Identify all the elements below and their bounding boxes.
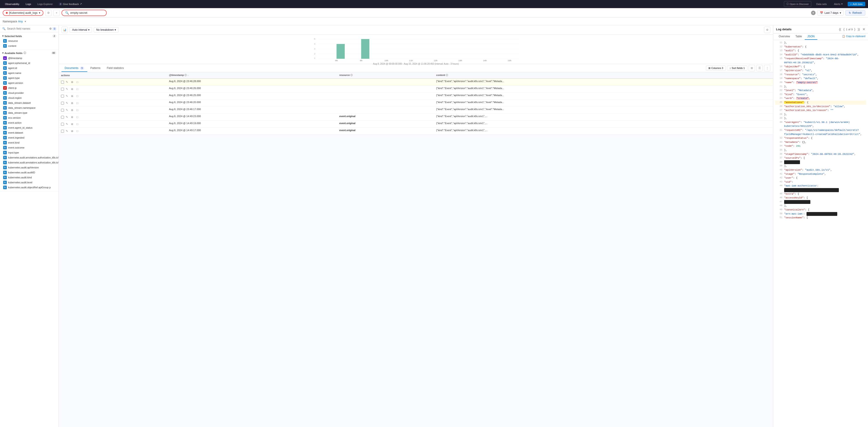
- field-cloud-provider[interactable]: k cloud.provider: [2, 90, 56, 95]
- field-event-outcome[interactable]: k event.outcome: [2, 145, 56, 150]
- log-close-button[interactable]: ✕: [862, 27, 865, 31]
- open-in-new-button[interactable]: □: [75, 87, 80, 91]
- field-data-stream-namespace[interactable]: k data_stream.namespace: [2, 105, 56, 110]
- row-checkbox[interactable]: [61, 102, 64, 105]
- tab-patterns[interactable]: Patterns: [87, 65, 104, 72]
- field-agent-type[interactable]: k agent.type: [2, 75, 56, 81]
- expand-row-button[interactable]: ✎: [65, 101, 69, 105]
- expand-row-button[interactable]: ✎: [65, 115, 69, 119]
- open-in-new-button[interactable]: □: [75, 80, 80, 84]
- field-event-kind[interactable]: k event.kind: [2, 140, 56, 145]
- view-surrounding-button[interactable]: ⊕: [70, 115, 74, 119]
- field-event-agent-id-status[interactable]: k event.agent_id_status: [2, 125, 56, 130]
- nav-logs[interactable]: Logs: [24, 2, 33, 6]
- field-k8s-objectref-apigroup[interactable]: k kubernetes.audit.objectRef.apiGroup p: [2, 185, 56, 190]
- nav-prev-button[interactable]: ⟨: [843, 28, 845, 31]
- auto-interval-selector[interactable]: Auto interval: [70, 27, 92, 33]
- open-in-new-button[interactable]: □: [75, 129, 80, 133]
- nav-next-button[interactable]: ⟩: [854, 28, 856, 31]
- view-surrounding-button[interactable]: ⊕: [70, 80, 74, 84]
- field-agent-version[interactable]: k agent.version: [2, 81, 56, 86]
- tab-table[interactable]: Table: [793, 33, 805, 40]
- breakdown-selector[interactable]: No breakdown: [94, 27, 119, 33]
- field-k8s-audit-level[interactable]: k kubernetes.audit.level: [2, 180, 56, 185]
- table-row[interactable]: ✎ ⊕ □ Aug 8, 2024 @ 23:46:28.000 {"kind"…: [59, 79, 773, 86]
- th-resource[interactable]: resource ⓘ: [337, 72, 434, 79]
- table-row[interactable]: ✎ ⊕ □ Aug 8, 2024 @ 14:49:19.000 event.o…: [59, 121, 773, 128]
- field-k8s-annotations-decision[interactable]: k kubernetes.audit.annotations.authoriza…: [2, 155, 56, 160]
- field-ecs-version[interactable]: k ecs.version: [2, 115, 56, 120]
- field-k8s-audit-kind[interactable]: k kubernetes.audit.kind: [2, 175, 56, 180]
- field-client-ip[interactable]: d client.ip: [2, 86, 56, 90]
- open-in-new-button[interactable]: □: [75, 108, 80, 112]
- view-surrounding-button[interactable]: ⊕: [70, 129, 74, 133]
- clear-search-button[interactable]: ✕: [811, 11, 815, 15]
- copy-to-clipboard-button[interactable]: 📋 Copy to clipboard: [842, 33, 865, 40]
- field-k8s-audit-id[interactable]: k kubernetes.audit.auditID: [2, 170, 56, 175]
- search-bar[interactable]: 🔍 empty-secret: [61, 10, 107, 16]
- add-filter-button[interactable]: +: [53, 10, 60, 16]
- datasets-button[interactable]: Data sets: [814, 2, 829, 6]
- namespace-value[interactable]: Any: [18, 20, 23, 23]
- expand-row-button[interactable]: ✎: [65, 94, 69, 98]
- row-checkbox[interactable]: [61, 109, 64, 112]
- sort-fields-button[interactable]: ↕ Sort fields 1: [727, 66, 747, 70]
- tab-documents[interactable]: Documents 9: [61, 65, 87, 72]
- refresh-button[interactable]: ↻ Refresh: [845, 10, 865, 16]
- nav-first-button[interactable]: ⟨⟨: [838, 28, 842, 31]
- search-field-names-input[interactable]: [7, 27, 48, 30]
- alerts-button[interactable]: Alerts: [832, 2, 845, 6]
- expand-row-button[interactable]: ✎: [65, 129, 69, 133]
- nav-give-feedback[interactable]: β Give feedback ↗: [57, 2, 84, 6]
- row-checkbox[interactable]: [61, 95, 64, 98]
- tab-json[interactable]: JSON: [805, 33, 817, 40]
- field-input-type[interactable]: k input.type: [2, 150, 56, 155]
- view-surrounding-button[interactable]: ⊕: [70, 122, 74, 126]
- expand-row-button[interactable]: ✎: [65, 87, 69, 91]
- view-surrounding-button[interactable]: ⊕: [70, 94, 74, 98]
- field-data-stream-dataset[interactable]: k data_stream.dataset: [2, 100, 56, 105]
- field-agent-id[interactable]: k agent.id: [2, 66, 56, 70]
- data-source-selector[interactable]: [Kubernetes] audit_logs: [3, 10, 43, 16]
- field-timestamp[interactable]: ts @timestamp: [2, 56, 56, 61]
- expand-row-button[interactable]: ✎: [65, 122, 69, 126]
- th-timestamp[interactable]: @timestamp ⓘ ↓: [167, 72, 337, 79]
- expand-row-button[interactable]: ✎: [65, 108, 69, 112]
- timestamp-sort-icon[interactable]: ↓: [188, 74, 189, 77]
- namespace-dropdown[interactable]: [25, 20, 28, 23]
- expand-row-button[interactable]: ✎: [65, 80, 69, 84]
- table-row[interactable]: ✎ ⊕ □ Aug 8, 2024 @ 14:49:17.000 event.o…: [59, 128, 773, 135]
- table-row[interactable]: ✎ ⊕ □ Aug 8, 2024 @ 23:46:17.000 {"kind"…: [59, 107, 773, 114]
- add-data-button[interactable]: + Add data: [848, 2, 865, 6]
- field-event-dataset[interactable]: k event.dataset: [2, 130, 56, 135]
- selected-fields-header[interactable]: Selected fields 2: [2, 35, 56, 37]
- field-agent-name[interactable]: k agent.name: [2, 70, 56, 75]
- tab-overview[interactable]: Overview: [776, 33, 793, 40]
- view-surrounding-button[interactable]: ⊕: [70, 87, 74, 91]
- table-row[interactable]: ✎ ⊕ □ Aug 8, 2024 @ 23:46:20.000 {"kind"…: [59, 100, 773, 107]
- nav-observability[interactable]: Observability: [3, 2, 22, 6]
- tab-field-statistics[interactable]: Field statistics: [103, 65, 127, 72]
- open-in-discover-link[interactable]: ⓘ Open in Discover: [784, 1, 811, 7]
- view-surrounding-button[interactable]: ⊕: [70, 108, 74, 112]
- open-in-new-button[interactable]: □: [75, 115, 80, 119]
- open-in-new-button[interactable]: □: [75, 94, 80, 98]
- field-k8s-api-version[interactable]: k kubernetes.audit.apiVersion: [2, 165, 56, 170]
- field-cloud-region[interactable]: k cloud.region: [2, 95, 56, 100]
- field-event-ingested[interactable]: k event.ingested: [2, 135, 56, 140]
- available-fields-header[interactable]: Available fields ⓘ 80: [2, 51, 56, 55]
- filter-button[interactable]: ⚙: [45, 10, 52, 16]
- selected-fields-resource[interactable]: k resource: [2, 38, 56, 43]
- grid-button[interactable]: ☰: [756, 65, 763, 71]
- table-row[interactable]: ✎ ⊕ □ Aug 8, 2024 @ 14:49:23.000 event.o…: [59, 114, 773, 121]
- chart-toggle-button[interactable]: 📊: [61, 27, 68, 33]
- compare-button[interactable]: ⊞: [749, 65, 755, 71]
- field-event-action[interactable]: k event.action: [2, 120, 56, 125]
- open-in-new-button[interactable]: □: [75, 101, 80, 105]
- date-range-selector[interactable]: 📅 Last 7 days: [817, 10, 844, 16]
- view-surrounding-button[interactable]: ⊕: [70, 101, 74, 105]
- row-checkbox[interactable]: [61, 130, 64, 133]
- nav-logs-explorer[interactable]: Logs Explorer: [35, 2, 55, 6]
- chart-settings-button[interactable]: ⚙: [764, 27, 770, 33]
- row-checkbox[interactable]: [61, 116, 64, 119]
